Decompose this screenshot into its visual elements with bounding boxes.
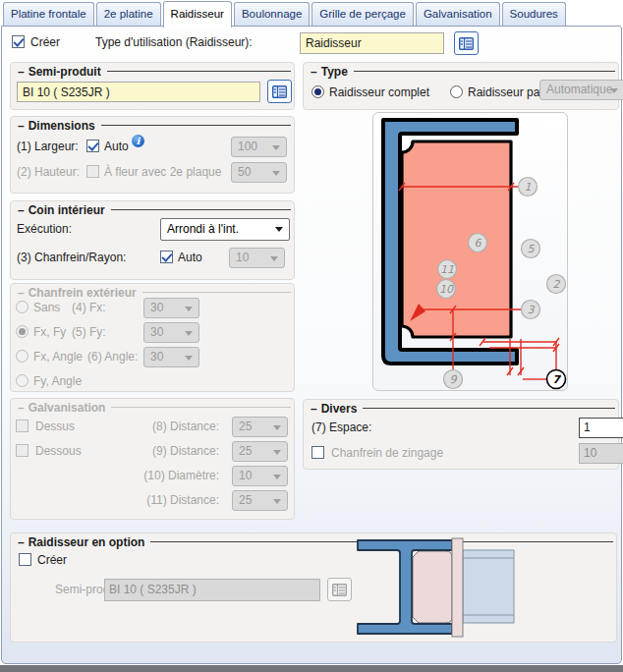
execution-label: Exécution: — [17, 222, 72, 236]
group-rule — [111, 407, 291, 408]
tab-boulonnage[interactable]: Boulonnage — [234, 2, 310, 26]
group-rule — [107, 71, 291, 72]
fx-combo: 30 — [143, 298, 199, 318]
zingage-input: 10 — [579, 443, 623, 464]
fy-combo: 30 — [143, 322, 199, 343]
type-usage-label: Type d'utilisation (Raidisseur): — [95, 35, 253, 49]
group-rule — [101, 125, 291, 126]
mode-combo: Automatique — [539, 80, 623, 100]
diametre10-label: (10) Diamètre: — [104, 469, 219, 482]
hauteur-fleur-label: À fleur avec 2e plaque — [104, 165, 221, 179]
dessous-checkbox — [16, 444, 28, 457]
largeur-label: (1) Largeur: — [17, 140, 79, 153]
collapse-glyph: – — [311, 402, 317, 416]
callout-7: 7 — [547, 370, 566, 389]
chanfrein-auto-checkbox[interactable] — [160, 251, 173, 263]
type-usage-input[interactable]: Raidisseur — [300, 32, 444, 54]
dessus-checkbox — [16, 420, 28, 432]
tab-bar: Platine frontale 2e platine Raidisseur B… — [3, 2, 566, 28]
creer-checkbox[interactable] — [12, 35, 25, 48]
callout-11: 11 — [438, 260, 457, 279]
dessous-label: Dessous — [35, 444, 82, 458]
distance11-label: (11) Distance: — [104, 493, 219, 507]
distance8-label: (8) Distance: — [104, 420, 219, 433]
largeur-combo: 100 — [231, 137, 287, 157]
radio-fx-angle-label: Fx, Angle — [33, 350, 83, 364]
creer-label: Créer — [30, 35, 60, 49]
table-select-icon — [459, 37, 474, 50]
group-rule — [354, 71, 615, 72]
group-title: Type — [321, 65, 348, 79]
callout-5: 5 — [522, 240, 540, 258]
option-creer-label: Créer — [37, 553, 67, 567]
table-select-icon — [272, 85, 287, 98]
group-title: Semi-produit — [28, 65, 101, 79]
radio-fy-angle — [16, 374, 28, 387]
svg-text:11: 11 — [440, 263, 454, 276]
svg-text:9: 9 — [450, 373, 458, 386]
svg-text:2: 2 — [553, 278, 561, 291]
diametre10-combo: 10 — [232, 466, 288, 486]
svg-text:1: 1 — [525, 181, 532, 194]
radio-raidisseur-complet[interactable] — [312, 85, 324, 98]
hauteur-fleur-checkbox — [86, 165, 99, 178]
espace-input[interactable]: 1 — [579, 418, 623, 438]
tab-platine-frontale[interactable]: Platine frontale — [3, 2, 94, 26]
svg-text:6: 6 — [475, 237, 482, 250]
radio-fx-angle — [16, 350, 28, 363]
tab-grille-de-percage[interactable]: Grille de perçage — [312, 2, 414, 26]
largeur-auto-checkbox[interactable] — [86, 140, 99, 152]
chanfrein-auto-label: Auto — [178, 251, 202, 264]
group-type: –Type Raidisseur complet Raidisseur part… — [303, 62, 619, 110]
tab-galvanisation[interactable]: Galvanisation — [416, 2, 500, 26]
callout-6: 6 — [469, 234, 487, 252]
option-semi-produit-input: BI 10 ( S235JR ) — [104, 579, 320, 601]
radio-fx-fy — [16, 325, 28, 338]
fx-label: (4) Fx: — [72, 301, 106, 314]
group-raidisseur-option: –Raidisseur en option Créer Semi-produit… — [10, 532, 617, 643]
radio-sans — [16, 301, 28, 313]
tab-soudures[interactable]: Soudures — [502, 2, 566, 26]
radio-raidisseur-complet-label: Raidisseur complet — [329, 85, 429, 99]
svg-text:3: 3 — [528, 304, 536, 316]
distance9-label: (9) Distance: — [104, 444, 219, 458]
largeur-auto-label: Auto — [104, 140, 129, 153]
option-semi-produit-table-button — [327, 578, 352, 601]
tab-2e-platine[interactable]: 2e platine — [96, 2, 161, 26]
collapse-glyph: – — [18, 535, 25, 549]
optional-stiffener-plate — [413, 551, 452, 623]
tab-page-raidisseur: Créer Type d'utilisation (Raidisseur): R… — [1, 26, 622, 664]
group-semi-produit: –Semi-produit BI 10 ( S235JR ) — [10, 62, 295, 110]
stiffener-diagram: 1 6 5 11 10 2 3 9 7 — [373, 113, 567, 390]
zingage-label: Chanfrein de zingage — [331, 446, 443, 460]
front-plate — [452, 538, 463, 637]
group-galvanisation: –Galvanisation Dessus (8) Distance: 25 D… — [10, 398, 295, 520]
radio-fy-angle-label: Fy, Angle — [33, 374, 82, 388]
callout-9: 9 — [444, 370, 463, 389]
collapse-glyph: – — [18, 65, 25, 79]
option-creer-checkbox[interactable] — [19, 553, 31, 566]
collapse-glyph: – — [18, 401, 25, 415]
execution-combo[interactable]: Arrondi à l'int. — [160, 218, 290, 241]
hauteur-label: (2) Hauteur: — [17, 165, 80, 179]
angle-label: (6) Angle: — [87, 350, 138, 364]
collapse-glyph: – — [18, 203, 25, 217]
group-rule — [111, 209, 291, 210]
group-divers: –Divers (7) Espace: 1 Chanfrein de zinga… — [303, 399, 619, 470]
tab-raidisseur[interactable]: Raidisseur — [163, 1, 232, 28]
zingage-checkbox[interactable] — [312, 446, 324, 459]
semi-produit-table-button[interactable] — [267, 80, 292, 103]
group-rule — [363, 408, 615, 409]
group-title: Divers — [321, 402, 358, 416]
svg-text:10: 10 — [439, 283, 454, 296]
type-usage-table-button[interactable] — [454, 31, 479, 55]
semi-produit-input[interactable]: BI 10 ( S235JR ) — [17, 82, 260, 102]
chanfrein-rayon-label: (3) Chanfrein/Rayon: — [17, 251, 126, 264]
group-title: Chanfrein extérieur — [28, 286, 137, 300]
radio-raidisseur-partiel[interactable] — [450, 85, 463, 98]
table-select-icon — [332, 584, 347, 596]
dessus-label: Dessus — [35, 420, 75, 433]
info-icon[interactable]: i — [132, 135, 144, 147]
group-title: Dimensions — [28, 119, 95, 133]
group-chanfrein-exterieur: –Chanfrein extérieur Sans (4) Fx: 30 Fx,… — [10, 283, 295, 392]
